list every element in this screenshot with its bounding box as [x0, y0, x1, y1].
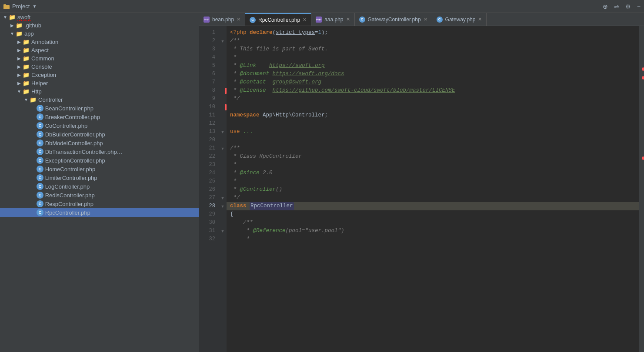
split-icon[interactable]: ⇌ — [614, 3, 619, 10]
file-icon-c-limiter: C — [37, 174, 43, 181]
ln-31: 31 — [199, 227, 219, 235]
tree-item-respcontroller[interactable]: C RespController.php — [0, 199, 199, 208]
project-title[interactable]: Project ▼ — [3, 3, 37, 10]
fold-27[interactable]: ▼ — [219, 194, 227, 202]
tree-label-cocontroller: CoController.php — [45, 123, 88, 129]
scrollbar-marker-2 — [642, 76, 644, 80]
tab-close-rpc[interactable]: ✕ — [303, 17, 307, 23]
tree-item-common[interactable]: ▶ 📁 Common — [0, 54, 199, 63]
tree-item-exception[interactable]: ▶ 📁 Exception — [0, 71, 199, 79]
minimize-icon[interactable]: − — [637, 3, 641, 10]
tab-gateway[interactable]: C Gateway.php ✕ — [432, 13, 487, 26]
right-scrollbar[interactable] — [639, 26, 644, 352]
fold-20 — [219, 136, 227, 144]
ln-13: 13 — [199, 128, 219, 136]
arrow-down-http: ▼ — [16, 89, 23, 94]
fold-12 — [219, 120, 227, 128]
tree-item-swoft[interactable]: ▼ 📁 swoft — [0, 13, 199, 21]
tree-item-github[interactable]: ▶ 📁 .github — [0, 21, 199, 30]
file-icon-c-exception: C — [37, 157, 43, 164]
fold-gutter: ▼ ▼ — [219, 26, 227, 352]
arrow-right-common: ▶ — [16, 56, 23, 61]
tree-item-rediscontroller[interactable]: C RedisController.php — [0, 191, 199, 199]
code-line-6: * @document https://swoft.org/docs — [227, 70, 639, 78]
tree-item-exceptioncontroller[interactable]: C ExceptionController.php — [0, 156, 199, 165]
code-line-10 — [227, 103, 639, 111]
tree-item-breakercontroller[interactable]: C BreakerController.php — [0, 113, 199, 121]
code-line-31: * @Reference(pool="user.pool") — [227, 227, 639, 235]
tab-bean[interactable]: PHP bean.php ✕ — [199, 13, 245, 26]
file-icon-c-co: C — [37, 122, 43, 129]
fold-4 — [219, 53, 227, 62]
arrow-down: ▼ — [2, 15, 9, 20]
globe-icon[interactable]: ⊕ — [603, 3, 608, 10]
tree-label-dbbuildercontroller: DbBuilderController.php — [45, 131, 105, 138]
project-dropdown-icon[interactable]: ▼ — [32, 4, 37, 9]
code-line-3: * This file is part of Swoft. — [227, 45, 639, 53]
tab-close-gatewayctrl[interactable]: ✕ — [424, 17, 427, 22]
tree-item-cocontroller[interactable]: C CoController.php — [0, 121, 199, 130]
code-line-2: /** — [227, 37, 639, 45]
scrollbar-marker-3 — [642, 156, 644, 160]
ln-1: 1 — [199, 29, 219, 37]
fold-5 — [219, 62, 227, 70]
code-line-20 — [227, 136, 639, 144]
fold-13[interactable]: ▼ — [219, 128, 227, 136]
fold-28[interactable]: ▼ — [219, 202, 227, 210]
tree-item-limitercontroller[interactable]: C LimiterController.php — [0, 173, 199, 182]
tab-close-gateway[interactable]: ✕ — [478, 17, 482, 22]
fold-31[interactable]: ▼ — [219, 227, 227, 235]
tree-item-dbmodelcontroller[interactable]: C DbModelController.php — [0, 139, 199, 147]
ln-29: 29 — [199, 210, 219, 219]
tree-label-app: app — [24, 30, 34, 37]
folder-icon — [3, 4, 10, 9]
ln-6: 6 — [199, 70, 219, 78]
code-line-8: * @License https://github.com/swoft-clou… — [227, 86, 639, 95]
editor-tabs: PHP bean.php ✕ C RpcController.php ✕ PHP… — [199, 13, 644, 26]
tree-item-homecontroller[interactable]: C HomeController.php — [0, 165, 199, 173]
tab-gatewayctrl[interactable]: C GatewayController.php ✕ — [355, 13, 432, 26]
fold-1 — [219, 29, 227, 37]
tree-label-rpccontroller: RpcController.php — [45, 209, 90, 216]
tree-item-dbtransactioncontroller[interactable]: C DbTransactionController.php… — [0, 147, 199, 156]
code-line-13: use ... — [227, 128, 639, 136]
tree-item-controller[interactable]: ▼ 📁 Controller — [0, 96, 199, 104]
tab-close-aaa[interactable]: ✕ — [346, 17, 350, 22]
tab-label-gateway: Gateway.php — [445, 17, 476, 23]
ln-12: 12 — [199, 120, 219, 128]
line-numbers: 1 2 3 4 5 6 7 8 9 10 11 12 13 20 21 22 2… — [199, 26, 219, 352]
tab-aaa[interactable]: PHP aaa.php ✕ — [311, 13, 354, 26]
fold-8 — [219, 86, 227, 95]
tree-label-rediscontroller: RedisController.php — [45, 192, 95, 199]
fold-21[interactable]: ▼ — [219, 144, 227, 153]
folder-icon-console: 📁 — [23, 63, 30, 70]
tree-label-limitercontroller: LimiterController.php — [45, 175, 97, 181]
tree-item-helper[interactable]: ▶ 📁 Helper — [0, 79, 199, 87]
tab-icon-c-rpc: C — [250, 17, 256, 23]
tree-item-console[interactable]: ▶ 📁 Console — [0, 63, 199, 71]
tree-item-dbbuildercontroller[interactable]: C DbBuilderController.php — [0, 130, 199, 139]
tree-label-controller: Controller — [38, 96, 63, 103]
tree-label-helper: Helper — [31, 80, 48, 86]
tab-close-bean[interactable]: ✕ — [237, 17, 240, 22]
tree-item-beancontroller[interactable]: C BeanController.php — [0, 104, 199, 113]
tree-item-http[interactable]: ▼ 📁 Http — [0, 87, 199, 96]
arrow-right-github: ▶ — [9, 23, 16, 28]
code-line-26: * @Controller() — [227, 186, 639, 194]
tree-item-annotation[interactable]: ▶ 📁 Annotation — [0, 38, 199, 46]
fold-2[interactable]: ▼ — [219, 37, 227, 45]
tree-item-logcontroller[interactable]: C LogController.php — [0, 182, 199, 191]
settings-icon[interactable]: ⚙ — [625, 3, 631, 10]
tree-item-aspect[interactable]: ▶ 📁 Aspect — [0, 46, 199, 54]
file-icon-c-dbtransaction: C — [37, 148, 43, 155]
tree-item-app[interactable]: ▼ 📁 app — [0, 30, 199, 38]
tree-item-rpccontroller[interactable]: C RpcController.php — [0, 208, 199, 217]
code-content[interactable]: <?php declare(strict_types=1); /** * Thi… — [227, 26, 639, 352]
code-line-30: /** — [227, 219, 639, 227]
folder-icon-common: 📁 — [23, 55, 30, 62]
code-line-12 — [227, 120, 639, 128]
code-line-22: * Class RpcController — [227, 153, 639, 161]
arrow-right-exception: ▶ — [16, 73, 23, 77]
tab-rpc[interactable]: C RpcController.php ✕ — [245, 13, 311, 26]
tab-icon-php-aaa: PHP — [316, 17, 322, 23]
